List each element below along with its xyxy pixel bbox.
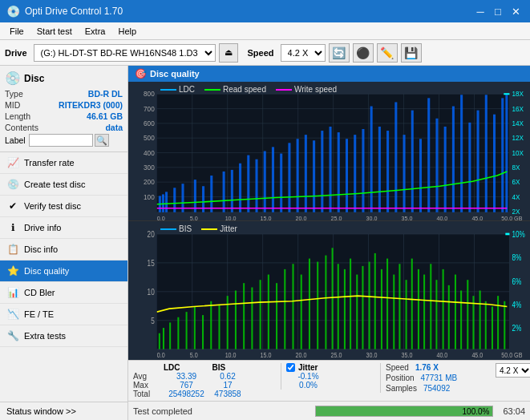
refresh-button[interactable]: 🔄 bbox=[329, 43, 350, 63]
close-button[interactable]: ✕ bbox=[508, 3, 524, 19]
jitter-max: 0.0% bbox=[286, 381, 330, 390]
disc-label-button[interactable]: 🔍 bbox=[95, 134, 109, 147]
chart2-svg: 20 15 10 5 10% 8% 6% 4% 2% 0.0 5.0 10.0 … bbox=[128, 221, 530, 360]
legend-write-speed-label: Write speed bbox=[294, 85, 337, 94]
svg-rect-74 bbox=[370, 107, 373, 212]
svg-rect-86 bbox=[468, 123, 471, 212]
drive-select[interactable]: (G:) HL-DT-ST BD-RE WH16NS48 1.D3 bbox=[34, 44, 216, 62]
svg-rect-55 bbox=[210, 176, 212, 212]
svg-text:300: 300 bbox=[144, 164, 155, 172]
minimize-button[interactable]: ─ bbox=[472, 3, 488, 19]
disc-quality-header: 🎯 Disc quality bbox=[128, 66, 530, 82]
svg-rect-59 bbox=[247, 155, 249, 212]
verify-test-disc-icon: ✔ bbox=[6, 200, 19, 212]
svg-rect-83 bbox=[444, 127, 447, 212]
svg-text:6X: 6X bbox=[512, 179, 521, 186]
disc-quality-icon: ⭐ bbox=[6, 265, 19, 277]
svg-text:30.0: 30.0 bbox=[366, 350, 378, 359]
svg-rect-170 bbox=[448, 285, 450, 349]
nav-cd-bler[interactable]: 📊 CD Bler bbox=[0, 282, 127, 304]
total-bis: 473858 bbox=[212, 390, 244, 398]
svg-rect-156 bbox=[362, 266, 363, 349]
legend-ldc: LDC bbox=[160, 85, 195, 94]
svg-text:50.0 GB: 50.0 GB bbox=[501, 350, 523, 359]
position-label: Position bbox=[386, 374, 415, 382]
avg-row: Avg 33.39 0.62 bbox=[133, 372, 277, 381]
speed-control-select[interactable]: 4.2 X bbox=[496, 363, 530, 378]
maximize-button[interactable]: □ bbox=[490, 3, 506, 19]
svg-rect-148 bbox=[309, 259, 310, 349]
svg-text:20.0: 20.0 bbox=[296, 216, 307, 220]
disc-label-input[interactable] bbox=[29, 134, 93, 147]
svg-text:2X: 2X bbox=[512, 208, 521, 216]
menu-file[interactable]: File bbox=[3, 25, 30, 38]
svg-rect-150 bbox=[325, 256, 326, 349]
speed-stat-value: 1.76 X bbox=[415, 363, 439, 372]
speed-select[interactable]: 4.2 X bbox=[281, 44, 326, 62]
progress-percent: 100.0% bbox=[463, 406, 490, 418]
svg-text:40.0: 40.0 bbox=[436, 216, 447, 220]
chart1-wrapper: LDC Read speed Write speed bbox=[128, 82, 530, 221]
save-button[interactable]: 💾 bbox=[401, 43, 422, 63]
record-button[interactable]: ⚫ bbox=[353, 43, 374, 63]
eject-button[interactable]: ⏏ bbox=[219, 43, 238, 63]
avg-ldc: 33.39 bbox=[164, 372, 208, 381]
svg-text:14X: 14X bbox=[512, 120, 524, 127]
svg-rect-58 bbox=[239, 164, 241, 212]
svg-rect-160 bbox=[386, 259, 388, 349]
svg-rect-136 bbox=[210, 301, 212, 349]
menu-extra[interactable]: Extra bbox=[79, 25, 112, 38]
status-window-button[interactable]: Status window >> bbox=[0, 402, 127, 420]
disc-type-value: BD-R DL bbox=[88, 89, 123, 99]
disc-contents-label: Contents bbox=[5, 123, 38, 132]
disc-length-row: Length 46.61 GB bbox=[5, 111, 123, 121]
svg-rect-155 bbox=[356, 275, 358, 349]
max-ldc: 767 bbox=[164, 381, 208, 390]
nav-extra-tests[interactable]: 🔧 Extra tests bbox=[0, 325, 127, 347]
max-label: Max bbox=[133, 381, 161, 390]
disc-type-row: Type BD-R DL bbox=[5, 89, 123, 99]
nav-drive-info[interactable]: ℹ Drive info bbox=[0, 217, 127, 239]
disc-type-label: Type bbox=[5, 89, 23, 99]
max-row: Max 767 17 bbox=[133, 381, 277, 390]
nav-disc-info-label: Disc info bbox=[24, 244, 58, 254]
svg-text:25.0: 25.0 bbox=[331, 350, 342, 359]
svg-rect-172 bbox=[460, 291, 462, 349]
svg-rect-88 bbox=[485, 95, 488, 212]
svg-text:0.0: 0.0 bbox=[157, 350, 165, 359]
nav-verify-test-disc[interactable]: ✔ Verify test disc bbox=[0, 196, 127, 217]
legend-read-speed: Read speed bbox=[204, 85, 266, 94]
svg-rect-134 bbox=[194, 306, 196, 349]
menu-start-test[interactable]: Start test bbox=[30, 25, 79, 38]
time-value: 63:04 bbox=[503, 406, 525, 416]
create-test-disc-icon: 💿 bbox=[6, 178, 19, 191]
svg-rect-50 bbox=[165, 192, 168, 212]
nav-create-test-disc[interactable]: 💿 Create test disc bbox=[0, 174, 127, 196]
svg-text:16X: 16X bbox=[512, 106, 524, 113]
right-controls: 4.2 X Start full Start part bbox=[496, 363, 530, 392]
svg-text:700: 700 bbox=[144, 106, 155, 113]
nav-fe-te[interactable]: 📉 FE / TE bbox=[0, 304, 127, 325]
nav-disc-quality[interactable]: ⭐ Disc quality bbox=[0, 260, 127, 282]
app-icon: 💿 bbox=[6, 5, 20, 18]
nav-create-test-disc-label: Create test disc bbox=[24, 180, 85, 189]
svg-rect-163 bbox=[406, 280, 407, 349]
nav-disc-quality-label: Disc quality bbox=[24, 266, 69, 276]
svg-rect-158 bbox=[374, 253, 376, 349]
svg-rect-60 bbox=[255, 160, 257, 212]
chart2-wrapper: BIS Jitter bbox=[128, 221, 530, 360]
jitter-checkbox[interactable] bbox=[286, 363, 295, 372]
speed-stat-label: Speed bbox=[386, 363, 409, 372]
svg-text:15.0: 15.0 bbox=[261, 216, 272, 220]
svg-rect-77 bbox=[394, 102, 397, 212]
nav-disc-info[interactable]: 📋 Disc info bbox=[0, 239, 127, 260]
nav-transfer-rate[interactable]: 📈 Transfer rate bbox=[0, 152, 127, 174]
disc-label-text: Label bbox=[5, 135, 26, 145]
menu-help[interactable]: Help bbox=[111, 25, 143, 38]
samples-label: Samples bbox=[386, 384, 417, 393]
disc-mid-row: MID RITEKDR3 (000) bbox=[5, 100, 123, 110]
svg-rect-73 bbox=[362, 129, 364, 212]
bottom-status-bar: Test completed 100.0% 63:04 bbox=[128, 401, 530, 420]
svg-rect-144 bbox=[276, 283, 277, 349]
edit-button[interactable]: ✏️ bbox=[377, 43, 398, 63]
